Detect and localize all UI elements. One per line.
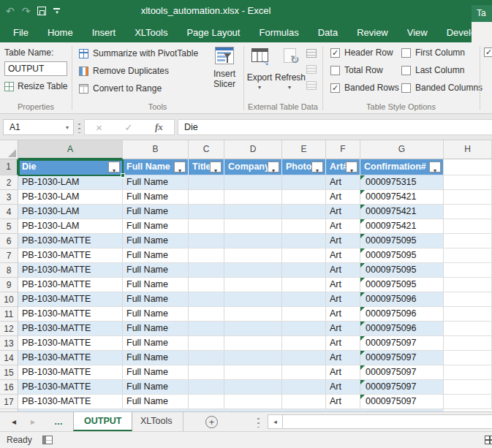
cell-E3[interactable]	[282, 190, 326, 205]
filter-button-confirmation[interactable]: ▾	[429, 162, 441, 172]
cell-H15[interactable]	[444, 365, 492, 380]
name-box[interactable]: A1 ▾	[3, 119, 74, 135]
row-header-9[interactable]: 9	[0, 278, 18, 292]
cell-H7[interactable]	[444, 248, 492, 263]
cell-H13[interactable]	[444, 336, 492, 351]
column-header-C[interactable]: C	[189, 140, 224, 159]
cell-H11[interactable]	[444, 307, 492, 322]
cell-G6[interactable]: 0000975095	[360, 234, 444, 248]
cell-F16[interactable]: Art	[326, 380, 360, 395]
cell-E2[interactable]	[282, 175, 326, 190]
cell-C13[interactable]	[189, 336, 224, 351]
cell-E4[interactable]	[282, 205, 326, 219]
cell-G8[interactable]: 0000975095	[360, 263, 444, 278]
cell-D13[interactable]	[224, 336, 282, 351]
cell-E16[interactable]	[282, 380, 326, 395]
cell-F11[interactable]: Art	[326, 307, 360, 322]
cell-H2[interactable]	[444, 175, 492, 190]
cell-A8[interactable]: PB-1030-MATTE	[18, 263, 123, 278]
ribbon-tab-page-layout[interactable]: Page Layout	[186, 27, 240, 38]
ribbon-tab-data[interactable]: Data	[318, 27, 338, 38]
cell-G9[interactable]: 0000975095	[360, 278, 444, 292]
sheet-nav-left-icon[interactable]: ◂	[12, 412, 16, 431]
cell-A14[interactable]: PB-1030-MATTE	[18, 351, 123, 365]
cell-A5[interactable]: PB-1030-LAM	[18, 219, 123, 234]
cell-A12[interactable]: PB-1030-MATTE	[18, 322, 123, 336]
cell-F3[interactable]: Art	[326, 190, 360, 205]
ribbon-tab-insert[interactable]: Insert	[92, 27, 116, 38]
column-header-D[interactable]: D	[224, 140, 282, 159]
cell-H8[interactable]	[444, 263, 492, 278]
convert-to-range-button[interactable]: Convert to Range	[79, 83, 162, 94]
row-header-15[interactable]: 15	[0, 365, 18, 380]
cell-B11[interactable]: Full Name	[123, 307, 189, 322]
cell-B17[interactable]: Full Name	[123, 395, 189, 409]
row-header-17[interactable]: 17	[0, 395, 18, 409]
more-sheets-icon[interactable]: …	[54, 412, 63, 431]
cell-E17[interactable]	[282, 395, 326, 409]
cell-C12[interactable]	[189, 322, 224, 336]
cell-B9[interactable]: Full Name	[123, 278, 189, 292]
cell-G16[interactable]: 0000975097	[360, 380, 444, 395]
cell-B6[interactable]: Full Name	[123, 234, 189, 248]
cell-E8[interactable]	[282, 263, 326, 278]
cell-F17[interactable]: Art	[326, 395, 360, 409]
select-all-corner[interactable]	[0, 140, 18, 159]
row-header-3[interactable]: 3	[0, 190, 18, 205]
data-range-properties-icon[interactable]	[306, 49, 317, 58]
column-header-F[interactable]: F	[326, 140, 360, 159]
column-header-G[interactable]: G	[360, 140, 444, 159]
cell-A13[interactable]: PB-1030-MATTE	[18, 336, 123, 351]
cell-H3[interactable]	[444, 190, 492, 205]
cell-A6[interactable]: PB-1030-MATTE	[18, 234, 123, 248]
cell-H5[interactable]	[444, 219, 492, 234]
cell-B5[interactable]: Full Name	[123, 219, 189, 234]
row-header-4[interactable]: 4	[0, 205, 18, 219]
cell-F12[interactable]: Art	[326, 322, 360, 336]
cell-G14[interactable]: 0000975097	[360, 351, 444, 365]
cell-A3[interactable]: PB-1030-LAM	[18, 190, 123, 205]
cell-A7[interactable]: PB-1030-MATTE	[18, 248, 123, 263]
cell-A11[interactable]: PB-1030-MATTE	[18, 307, 123, 322]
cell-C6[interactable]	[189, 234, 224, 248]
cell-F14[interactable]: Art	[326, 351, 360, 365]
row-header-12[interactable]: 12	[0, 322, 18, 336]
cell-C3[interactable]	[189, 190, 224, 205]
cell-B7[interactable]: Full Name	[123, 248, 189, 263]
row-header-13[interactable]: 13	[0, 336, 18, 351]
filter-button-photo[interactable]: ▾	[311, 162, 323, 172]
cell-A2[interactable]: PB-1030-LAM	[18, 175, 123, 190]
refresh-button[interactable]: ↻ Refresh ▾	[275, 48, 304, 91]
cell-F7[interactable]: Art	[326, 248, 360, 263]
checkbox-header-row[interactable]: ✓Header Row	[330, 48, 393, 58]
new-sheet-icon[interactable]: +	[205, 416, 218, 428]
row-header-10[interactable]: 10	[0, 292, 18, 307]
cell-E11[interactable]	[282, 307, 326, 322]
filter-button-title[interactable]: ▾	[210, 162, 222, 172]
hscroll-left-icon[interactable]: ◂	[268, 414, 283, 429]
table-name-input[interactable]: OUTPUT	[4, 61, 67, 76]
cell-G5[interactable]: 0000975421	[360, 219, 444, 234]
cell-C2[interactable]	[189, 175, 224, 190]
cell-G12[interactable]: 0000975096	[360, 322, 444, 336]
cell-A4[interactable]: PB-1030-LAM	[18, 205, 123, 219]
cell-A16[interactable]: PB-1030-MATTE	[18, 380, 123, 395]
ribbon-tab-formulas[interactable]: Formulas	[259, 27, 298, 38]
table-header-die[interactable]: Die▾	[18, 159, 123, 175]
cell-D9[interactable]	[224, 278, 282, 292]
row-header-2[interactable]: 2	[0, 175, 18, 190]
ribbon-tab-xltools[interactable]: XLTools	[135, 27, 167, 38]
cell-G4[interactable]: 0000975421	[360, 205, 444, 219]
cell-C16[interactable]	[189, 380, 224, 395]
cell-G7[interactable]: 0000975095	[360, 248, 444, 263]
cell-C15[interactable]	[189, 365, 224, 380]
cell-E14[interactable]	[282, 351, 326, 365]
cell-F4[interactable]: Art	[326, 205, 360, 219]
ribbon-tab-home[interactable]: Home	[48, 27, 73, 38]
cell-B14[interactable]: Full Name	[123, 351, 189, 365]
name-box-dropdown-icon[interactable]: ▾	[66, 125, 69, 131]
cell-H9[interactable]	[444, 278, 492, 292]
cell-F9[interactable]: Art	[326, 278, 360, 292]
cell-A17[interactable]: PB-1030-MATTE	[18, 395, 123, 409]
macro-record-icon[interactable]	[42, 436, 53, 444]
